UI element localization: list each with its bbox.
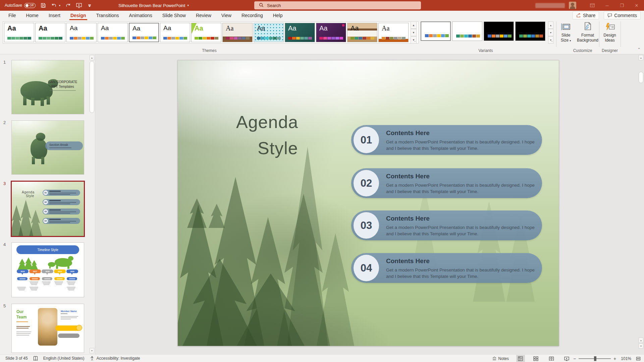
- format-background-button[interactable]: Format Background: [574, 21, 601, 43]
- agenda-item-02[interactable]: 02Contents HereGet a modern PowerPoint P…: [351, 168, 542, 198]
- themes-scroll-up-icon[interactable]: ▲: [411, 21, 417, 29]
- tab-recording[interactable]: Recording: [236, 11, 268, 20]
- slide-title-line1[interactable]: Agenda: [236, 112, 298, 132]
- tab-help[interactable]: Help: [268, 11, 288, 20]
- fit-slide-to-window-icon[interactable]: [634, 355, 643, 362]
- theme-tile-facet[interactable]: Aa: [191, 23, 221, 42]
- theme-tile-purple[interactable]: Aa: [316, 23, 346, 42]
- zoom-out-icon[interactable]: −: [573, 356, 576, 361]
- theme-tile-green-bear-2[interactable]: Aa: [35, 23, 65, 42]
- agenda-item-01[interactable]: 01Contents HereGet a modern PowerPoint P…: [351, 125, 542, 155]
- slideshow-view-button[interactable]: [562, 355, 571, 362]
- slide-sorter-view-button[interactable]: [532, 355, 540, 362]
- theme-tile-office-2[interactable]: Aa: [98, 23, 128, 42]
- minimize-icon[interactable]: ─: [600, 0, 614, 11]
- thumb1-title-line1: GAN CORPORATE: [44, 80, 82, 84]
- thumb3-pill-heading-bar: [49, 191, 61, 192]
- share-button[interactable]: Share: [573, 11, 599, 19]
- tab-insert[interactable]: Insert: [44, 11, 65, 20]
- thumb-scrollbar[interactable]: [90, 61, 94, 113]
- normal-view-button[interactable]: [516, 355, 525, 362]
- slide-thumbnail-2[interactable]: Section Break: [12, 121, 84, 174]
- thumb-scroll-down-icon[interactable]: ▼: [90, 348, 94, 353]
- slide-thumbnail-3[interactable]: Agenda Style 01020304: [12, 182, 84, 236]
- slide-thumbnail-5[interactable]: Our Team Member Name: [12, 304, 84, 353]
- agenda-number-badge: 03: [354, 212, 379, 239]
- theme-tile-gallery[interactable]: Aa: [222, 23, 253, 42]
- variants-more-icon[interactable]: ▼̲: [548, 36, 553, 44]
- tab-view[interactable]: View: [216, 11, 236, 20]
- accessibility-checker[interactable]: Accessibility: Investigate: [87, 355, 143, 362]
- thumb3-pill-line: [49, 193, 76, 193]
- theme-tile-office-1[interactable]: Aa: [66, 23, 97, 42]
- user-avatar[interactable]: [569, 2, 576, 9]
- variants-scroll-down-icon[interactable]: ▼: [548, 29, 553, 36]
- restore-icon[interactable]: ❐: [614, 0, 629, 11]
- variant-light-teal[interactable]: [452, 21, 482, 41]
- thumb3-pill-heading-bar: [49, 219, 61, 220]
- collapse-ribbon-icon[interactable]: ⌃: [636, 46, 642, 52]
- autosave-toggle[interactable]: AutoSave Off: [5, 3, 36, 8]
- thumb-number-5: 5: [3, 303, 6, 308]
- thumb4-item-pill: [67, 277, 77, 280]
- theme-tile-office-4[interactable]: Aa: [160, 23, 190, 42]
- slide-canvas[interactable]: Agenda Style 01Contents HereGet a modern…: [178, 60, 559, 346]
- reading-view-button[interactable]: [547, 355, 556, 362]
- zoom-thumb[interactable]: [594, 356, 596, 361]
- next-slide-icon[interactable]: ▼: [639, 343, 643, 349]
- window-controls: ─ ❐ ✕: [535, 0, 644, 11]
- tab-review[interactable]: Review: [191, 11, 216, 20]
- tab-design[interactable]: Design: [65, 11, 91, 20]
- zoom-in-icon[interactable]: +: [613, 356, 616, 361]
- agenda-item-04[interactable]: 04Contents HereGet a modern PowerPoint P…: [351, 253, 542, 283]
- tab-home[interactable]: Home: [21, 11, 44, 20]
- thumb-scroll-up-icon[interactable]: ▲: [90, 55, 94, 60]
- design-ideas-button[interactable]: Design Ideas: [600, 21, 619, 43]
- slide-counter[interactable]: Slide 3 of 45: [3, 355, 31, 362]
- tab-file[interactable]: File: [3, 11, 21, 20]
- slide-size-button[interactable]: Slide Size ▾: [558, 21, 574, 43]
- undo-dropdown-icon[interactable]: ▾: [59, 4, 60, 7]
- notes-button[interactable]: Notes: [489, 355, 512, 362]
- variants-scroll-up-icon[interactable]: ▲: [548, 21, 553, 29]
- variant-dark-teal[interactable]: [515, 21, 545, 41]
- themes-more-icon[interactable]: ▼̲: [411, 36, 417, 44]
- close-icon[interactable]: ✕: [629, 0, 644, 11]
- start-slideshow-icon[interactable]: [76, 2, 82, 8]
- slide-thumbnail-4[interactable]: Timeline Style 20162017201820192020: [12, 243, 84, 297]
- theme-tile-ion[interactable]: Aa: [285, 23, 315, 42]
- redo-icon[interactable]: [65, 2, 71, 8]
- tab-transitions[interactable]: Transitions: [91, 11, 124, 20]
- theme-tile-office-3[interactable]: Aa: [129, 23, 159, 42]
- slide-thumbnail-1[interactable]: GAN CORPORATE PPT Templates: [12, 60, 84, 114]
- zoom-track[interactable]: [579, 358, 611, 359]
- spellcheck-icon[interactable]: [31, 355, 41, 362]
- save-icon[interactable]: [40, 2, 46, 8]
- thumb4-year-2020: 2020: [66, 269, 78, 273]
- slide-title-line2[interactable]: Style: [258, 138, 298, 158]
- theme-tile-integral[interactable]: Aa: [254, 23, 284, 42]
- ribbon-display-options-icon[interactable]: [585, 0, 600, 11]
- language-selector[interactable]: English (United States): [41, 355, 87, 362]
- zoom-level[interactable]: 101%: [618, 355, 634, 362]
- agenda-item-03[interactable]: 03Contents HereGet a modern PowerPoint P…: [351, 210, 542, 240]
- tab-slide-show[interactable]: Slide Show: [157, 11, 191, 20]
- variant-light-office[interactable]: [421, 21, 451, 41]
- thumb2-label: Section Break: [49, 143, 68, 146]
- previous-slide-icon[interactable]: ▲: [639, 338, 643, 343]
- theme-tile-wisp[interactable]: Aa: [378, 23, 409, 42]
- search-bar[interactable]: Search: [254, 1, 421, 9]
- canvas-scroll-up-icon[interactable]: ▲: [639, 55, 643, 60]
- variant-dark-office[interactable]: [484, 21, 514, 41]
- undo-icon[interactable]: [51, 2, 57, 8]
- document-title[interactable]: Silhouette Brown Bear PowerPoint▾: [118, 0, 189, 11]
- theme-tile-green-bear-1[interactable]: Aa: [4, 23, 34, 42]
- themes-scroll-down-icon[interactable]: ▼: [411, 29, 417, 36]
- theme-tile-organic[interactable]: Aa: [347, 23, 377, 42]
- customize-qat-icon[interactable]: [87, 2, 93, 8]
- tab-animations[interactable]: Animations: [124, 11, 157, 20]
- comments-button[interactable]: Comments: [604, 11, 641, 19]
- thumb-number-1: 1: [3, 60, 6, 65]
- canvas-scrollbar[interactable]: [639, 72, 643, 83]
- agenda-heading: Contents Here: [386, 129, 430, 137]
